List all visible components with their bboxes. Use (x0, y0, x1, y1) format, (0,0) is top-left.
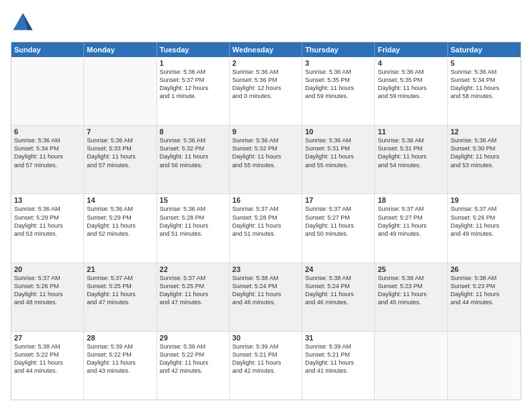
day-info: Sunrise: 5:38 AM Sunset: 5:23 PM Dayligh… (378, 274, 444, 307)
day-number: 8 (160, 128, 226, 136)
day-number: 4 (378, 59, 444, 67)
calendar-row-2: 13Sunrise: 5:36 AM Sunset: 5:29 PM Dayli… (11, 193, 521, 262)
day-cell-30: 30Sunrise: 5:39 AM Sunset: 5:21 PM Dayli… (230, 332, 302, 400)
header-day-tuesday: Tuesday (157, 42, 230, 57)
logo (11, 11, 38, 35)
day-number: 12 (451, 128, 518, 136)
day-cell-5: 5Sunrise: 5:36 AM Sunset: 5:34 PM Daylig… (448, 57, 521, 125)
day-number: 23 (232, 265, 299, 273)
calendar-row-0: 1Sunrise: 5:36 AM Sunset: 5:37 PM Daylig… (11, 57, 521, 125)
day-info: Sunrise: 5:37 AM Sunset: 5:26 PM Dayligh… (451, 205, 518, 238)
calendar-row-3: 20Sunrise: 5:37 AM Sunset: 5:26 PM Dayli… (11, 263, 521, 331)
day-cell-15: 15Sunrise: 5:36 AM Sunset: 5:28 PM Dayli… (157, 194, 230, 262)
day-info: Sunrise: 5:36 AM Sunset: 5:34 PM Dayligh… (14, 136, 81, 169)
day-number: 20 (14, 265, 81, 273)
day-info: Sunrise: 5:39 AM Sunset: 5:21 PM Dayligh… (305, 342, 371, 375)
day-number: 6 (14, 128, 81, 136)
day-info: Sunrise: 5:37 AM Sunset: 5:26 PM Dayligh… (14, 274, 81, 307)
day-cell-10: 10Sunrise: 5:36 AM Sunset: 5:31 PM Dayli… (302, 126, 375, 193)
header-day-monday: Monday (84, 42, 157, 57)
day-cell-8: 8Sunrise: 5:36 AM Sunset: 5:32 PM Daylig… (157, 126, 230, 193)
day-info: Sunrise: 5:39 AM Sunset: 5:21 PM Dayligh… (232, 342, 299, 375)
empty-cell-4-6 (448, 332, 521, 400)
calendar-header: SundayMondayTuesdayWednesdayThursdayFrid… (11, 42, 521, 57)
day-number: 29 (160, 334, 226, 342)
day-info: Sunrise: 5:36 AM Sunset: 5:37 PM Dayligh… (160, 68, 226, 101)
day-info: Sunrise: 5:38 AM Sunset: 5:24 PM Dayligh… (232, 274, 299, 307)
day-info: Sunrise: 5:36 AM Sunset: 5:35 PM Dayligh… (378, 68, 444, 101)
day-number: 18 (378, 196, 444, 204)
day-info: Sunrise: 5:36 AM Sunset: 5:28 PM Dayligh… (160, 205, 226, 238)
day-cell-9: 9Sunrise: 5:36 AM Sunset: 5:32 PM Daylig… (230, 126, 302, 193)
day-cell-29: 29Sunrise: 5:39 AM Sunset: 5:22 PM Dayli… (157, 332, 230, 400)
day-cell-23: 23Sunrise: 5:38 AM Sunset: 5:24 PM Dayli… (230, 263, 302, 331)
day-number: 19 (451, 196, 518, 204)
day-info: Sunrise: 5:38 AM Sunset: 5:22 PM Dayligh… (14, 342, 81, 375)
day-cell-1: 1Sunrise: 5:36 AM Sunset: 5:37 PM Daylig… (157, 57, 230, 125)
day-cell-26: 26Sunrise: 5:38 AM Sunset: 5:23 PM Dayli… (448, 263, 521, 331)
logo-icon (11, 11, 35, 35)
day-number: 22 (160, 265, 226, 273)
day-number: 11 (378, 128, 444, 136)
day-info: Sunrise: 5:39 AM Sunset: 5:22 PM Dayligh… (87, 342, 153, 375)
day-number: 3 (305, 59, 371, 67)
day-info: Sunrise: 5:38 AM Sunset: 5:23 PM Dayligh… (451, 274, 518, 307)
day-cell-20: 20Sunrise: 5:37 AM Sunset: 5:26 PM Dayli… (11, 263, 84, 331)
day-number: 21 (87, 265, 153, 273)
day-cell-13: 13Sunrise: 5:36 AM Sunset: 5:29 PM Dayli… (11, 194, 84, 262)
empty-cell-0-0 (11, 57, 84, 125)
day-number: 2 (232, 59, 299, 67)
day-number: 16 (232, 196, 299, 204)
day-number: 1 (160, 59, 226, 67)
day-cell-16: 16Sunrise: 5:37 AM Sunset: 5:28 PM Dayli… (230, 194, 302, 262)
day-info: Sunrise: 5:36 AM Sunset: 5:31 PM Dayligh… (378, 136, 444, 169)
day-cell-27: 27Sunrise: 5:38 AM Sunset: 5:22 PM Dayli… (11, 332, 84, 400)
day-number: 31 (305, 334, 371, 342)
day-cell-31: 31Sunrise: 5:39 AM Sunset: 5:21 PM Dayli… (302, 332, 375, 400)
day-number: 27 (14, 334, 81, 342)
day-info: Sunrise: 5:36 AM Sunset: 5:30 PM Dayligh… (451, 136, 518, 169)
day-cell-24: 24Sunrise: 5:38 AM Sunset: 5:24 PM Dayli… (302, 263, 375, 331)
day-info: Sunrise: 5:36 AM Sunset: 5:33 PM Dayligh… (87, 136, 153, 169)
day-cell-19: 19Sunrise: 5:37 AM Sunset: 5:26 PM Dayli… (448, 194, 521, 262)
day-cell-11: 11Sunrise: 5:36 AM Sunset: 5:31 PM Dayli… (375, 126, 447, 193)
calendar-row-4: 27Sunrise: 5:38 AM Sunset: 5:22 PM Dayli… (11, 331, 521, 400)
empty-cell-0-1 (84, 57, 157, 125)
page: SundayMondayTuesdayWednesdayThursdayFrid… (0, 0, 532, 411)
day-info: Sunrise: 5:37 AM Sunset: 5:25 PM Dayligh… (87, 274, 153, 307)
day-cell-14: 14Sunrise: 5:36 AM Sunset: 5:29 PM Dayli… (84, 194, 157, 262)
day-number: 28 (87, 334, 153, 342)
day-info: Sunrise: 5:37 AM Sunset: 5:27 PM Dayligh… (378, 205, 444, 238)
header-day-wednesday: Wednesday (230, 42, 302, 57)
empty-cell-4-5 (375, 332, 447, 400)
day-number: 15 (160, 196, 226, 204)
day-info: Sunrise: 5:36 AM Sunset: 5:36 PM Dayligh… (232, 68, 299, 101)
header-day-thursday: Thursday (302, 42, 375, 57)
day-number: 25 (378, 265, 444, 273)
header (11, 11, 521, 35)
day-number: 14 (87, 196, 153, 204)
day-info: Sunrise: 5:39 AM Sunset: 5:22 PM Dayligh… (160, 342, 226, 375)
day-number: 13 (14, 196, 81, 204)
day-cell-3: 3Sunrise: 5:36 AM Sunset: 5:35 PM Daylig… (302, 57, 375, 125)
day-number: 26 (451, 265, 518, 273)
day-cell-12: 12Sunrise: 5:36 AM Sunset: 5:30 PM Dayli… (448, 126, 521, 193)
day-number: 17 (305, 196, 371, 204)
day-info: Sunrise: 5:38 AM Sunset: 5:24 PM Dayligh… (305, 274, 371, 307)
day-number: 9 (232, 128, 299, 136)
day-cell-7: 7Sunrise: 5:36 AM Sunset: 5:33 PM Daylig… (84, 126, 157, 193)
day-cell-21: 21Sunrise: 5:37 AM Sunset: 5:25 PM Dayli… (84, 263, 157, 331)
day-info: Sunrise: 5:37 AM Sunset: 5:27 PM Dayligh… (305, 205, 371, 238)
day-cell-2: 2Sunrise: 5:36 AM Sunset: 5:36 PM Daylig… (230, 57, 302, 125)
day-number: 30 (232, 334, 299, 342)
day-number: 5 (451, 59, 518, 67)
day-number: 7 (87, 128, 153, 136)
header-day-saturday: Saturday (448, 42, 521, 57)
day-number: 10 (305, 128, 371, 136)
calendar-body: 1Sunrise: 5:36 AM Sunset: 5:37 PM Daylig… (11, 57, 521, 400)
day-cell-4: 4Sunrise: 5:36 AM Sunset: 5:35 PM Daylig… (375, 57, 447, 125)
day-cell-28: 28Sunrise: 5:39 AM Sunset: 5:22 PM Dayli… (84, 332, 157, 400)
day-info: Sunrise: 5:36 AM Sunset: 5:34 PM Dayligh… (451, 68, 518, 101)
header-day-friday: Friday (375, 42, 447, 57)
day-cell-17: 17Sunrise: 5:37 AM Sunset: 5:27 PM Dayli… (302, 194, 375, 262)
